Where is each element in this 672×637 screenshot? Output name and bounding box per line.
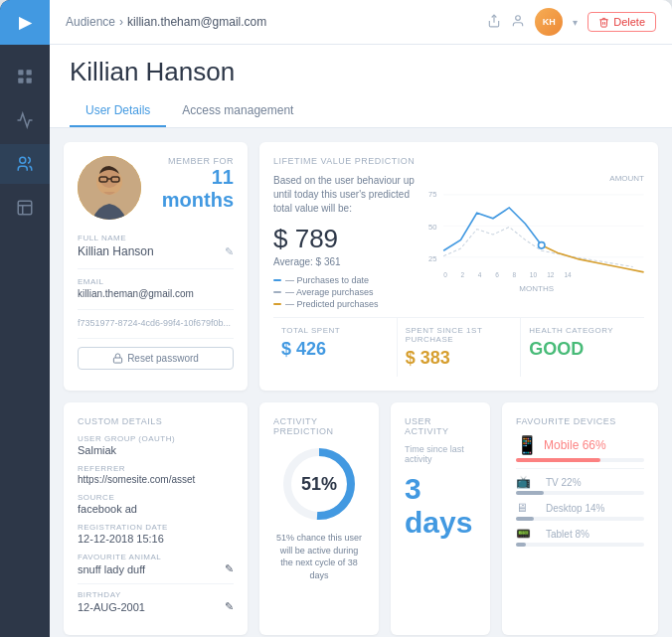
mobile-label: Mobile 66% [544,438,606,452]
row-1: MEMBER FOR 11 months FULL NAME Killian H… [64,142,658,391]
topbar: Audience › killian.theham@gmail.com KH ▾… [50,0,672,45]
ltv-chart: 75 50 25 [428,185,644,284]
edit-animal-icon[interactable]: ✎ [225,562,234,575]
detail-birthday: BIRTHDAY 12-AUG-2001 ✎ [78,590,234,613]
full-name-label: FULL NAME [78,234,234,242]
email-field: EMAIL killian.theman@gmail.com [78,277,234,299]
logo-icon: ▶ [19,13,31,32]
svg-rect-5 [18,201,32,215]
svg-rect-2 [18,79,23,83]
edit-birthday-icon[interactable]: ✎ [225,600,234,613]
desktop-bar [516,517,644,521]
svg-point-24 [539,242,545,248]
reset-password-button[interactable]: Reset password [78,347,234,370]
tablet-bar [516,543,644,547]
sidebar-logo[interactable]: ▶ [0,0,50,45]
donut-chart: 51% [273,444,365,524]
activity-pred-title: ACTIVITY PREDICTION [273,416,365,436]
sidebar-item-reports[interactable] [0,188,50,228]
email-value: killian.theman@gmail.com [78,288,234,299]
stat-total-spent-value: $ 426 [281,339,389,360]
breadcrumb-current: killian.theham@gmail.com [127,15,266,29]
mobile-device-icon: 📱 [516,434,538,456]
ltv-average: Average: $ 361 [273,256,417,267]
tab-access-management[interactable]: Access management [166,95,309,127]
desktop-bar-fill [516,517,534,521]
ltv-description: Based on the user behaviour up until tod… [273,174,417,216]
delete-button[interactable]: Delete [588,12,656,32]
delete-label: Delete [613,16,645,28]
profile-top: MEMBER FOR 11 months [78,156,234,220]
tv-label: TV 22% [546,477,582,488]
svg-point-10 [516,15,521,20]
desktop-icon: 🖥 [516,501,540,515]
desktop-label: Desktop 14% [546,503,604,514]
sidebar-item-analytics[interactable] [0,100,50,140]
user-activity-card: USER ACTIVITY Time since last activity 3… [391,402,490,635]
sidebar: ▶ [0,0,50,637]
legend-dot-predicted [273,303,281,305]
mobile-bar-fill [516,458,600,462]
legend-purchases: — Purchases to date [273,275,417,285]
sidebar-item-dashboard[interactable] [0,57,50,96]
device-desktop: 🖥 Desktop 14% [516,501,644,521]
page-header: Killian Hanson User Details Access manag… [50,45,672,128]
donut-label: 51% [301,474,337,495]
tv-bar [516,491,644,495]
svg-rect-1 [27,70,32,75]
stats-row: TOTAL SPENT $ 426 SPENT SINCE 1ST PURCHA… [273,317,644,377]
chart-y-label: AMOUNT [428,174,644,183]
breadcrumb: Audience › killian.theham@gmail.com [66,15,266,29]
legend-dot-average [273,291,281,293]
detail-reg-date: REGISTRATION DATE 12-12-2018 15:16 [78,523,234,545]
device-tv: 📺 TV 22% [516,475,644,495]
svg-text:10: 10 [530,271,538,278]
user-activity-days: 3 days [405,472,476,540]
page-title: Killian Hanson [70,57,652,87]
stat-total-spent: TOTAL SPENT $ 426 [273,318,398,377]
edit-name-icon[interactable]: ✎ [225,245,234,258]
member-duration: 11 months [153,166,234,212]
svg-rect-3 [27,79,32,83]
person-icon[interactable] [511,14,525,31]
fav-devices-card: FAVOURITE DEVICES 📱 Mobile 66% [502,402,658,635]
stat-spent-since: SPENT SINCE 1ST PURCHASE $ 383 [398,318,522,377]
main-content: Audience › killian.theham@gmail.com KH ▾… [50,0,672,637]
profile-avatar [78,156,141,220]
member-info: MEMBER FOR 11 months [153,156,234,212]
reset-password-label: Reset password [127,353,199,364]
fav-devices-title: FAVOURITE DEVICES [516,416,644,426]
sidebar-item-audience[interactable] [0,144,50,184]
user-activity-title: USER ACTIVITY [405,416,476,436]
user-avatar[interactable]: KH [535,8,563,36]
activity-prediction-card: ACTIVITY PREDICTION 51% 51% chance this … [259,402,379,635]
user-activity-since-label: Time since last activity [405,444,476,464]
svg-rect-17 [114,358,122,363]
dropdown-icon[interactable]: ▾ [573,17,578,28]
ltv-amount: $ 789 [273,224,417,254]
tablet-icon: 📟 [516,527,540,541]
svg-text:8: 8 [513,271,517,278]
full-name-field: FULL NAME Killian Hanson ✎ [78,234,234,258]
svg-text:2: 2 [461,271,465,278]
content-area: MEMBER FOR 11 months FULL NAME Killian H… [50,128,672,637]
breadcrumb-parent[interactable]: Audience [66,15,115,29]
member-for-label: MEMBER FOR [153,156,234,166]
svg-text:6: 6 [496,271,500,278]
detail-referrer: REFERRER https://somesite.com/asset [78,464,234,485]
chart-legend: — Purchases to date — Average purchases … [273,275,417,309]
profile-card: MEMBER FOR 11 months FULL NAME Killian H… [64,142,248,391]
topbar-actions: KH ▾ Delete [487,8,656,36]
svg-text:4: 4 [478,271,482,278]
detail-fav-animal: FAVOURITE ANIMAL snuff lady duff ✎ [78,553,234,575]
svg-text:25: 25 [428,254,436,263]
stat-spent-since-value: $ 383 [406,348,513,369]
share-icon[interactable] [487,14,501,31]
detail-source: SOURCE facebook ad [78,493,234,515]
email-label: EMAIL [78,277,234,286]
stat-health-value: GOOD [529,339,636,360]
tabs: User Details Access management [70,95,652,127]
svg-text:0: 0 [444,271,448,278]
tab-user-details[interactable]: User Details [70,95,166,127]
row-2: CUSTOM DETAILS USER GROUP (OAUTH) Salmia… [64,402,658,635]
